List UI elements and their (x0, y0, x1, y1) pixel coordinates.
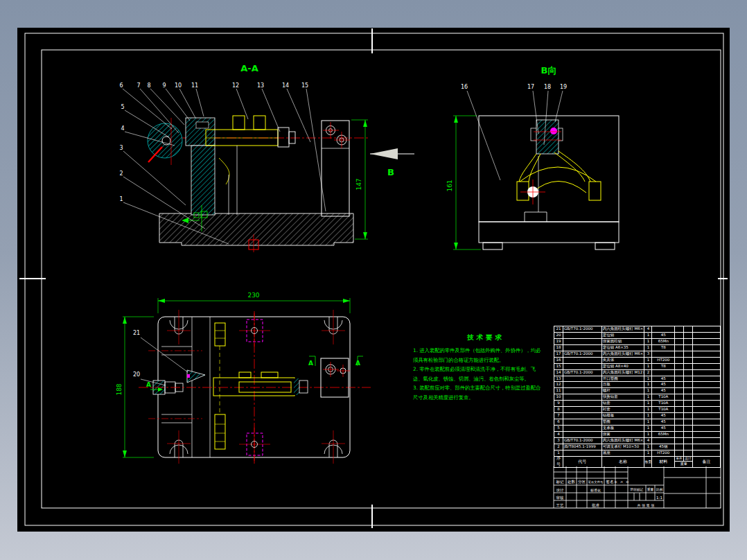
bom-cell-name: 螺杆 (602, 388, 645, 394)
bom-header-remark: 备注 (693, 457, 720, 467)
bom-cell-material: 65Mn (652, 432, 675, 437)
callout: 16 (461, 84, 468, 90)
bom-cell-no: 16 (554, 358, 563, 363)
bom-cell-total_weight (684, 358, 693, 363)
tech-requirements-title: 技术要求 (413, 333, 559, 342)
bom-cell-remark (693, 394, 720, 400)
section-mark-label: A (355, 360, 360, 367)
callout: 18 (544, 84, 551, 90)
bom-cell-name: 弹簧圆柱销 (602, 339, 645, 344)
callout: 21 (133, 330, 140, 336)
bom-row: 21GB/T70.1-2000内六角圆柱头螺钉 M6×164 (554, 326, 720, 333)
bom-cell-total_weight (684, 333, 693, 338)
bom-cell-remark (693, 326, 720, 332)
bom-cell-unit_weight (675, 413, 684, 419)
bom-cell-qty: 1 (644, 376, 652, 382)
bom-cell-code: GB/T70.1-2000 (563, 438, 602, 444)
bom-cell-no: 20 (554, 333, 563, 338)
bom-row: 10快换钻套1T10A (554, 394, 720, 401)
bom-cell-no: 4 (554, 432, 563, 437)
bom-row: 16夹具体1HT200 (554, 358, 720, 364)
bom-header-qty: 数量 (644, 457, 652, 467)
bom-row: 5支承板145 (554, 426, 720, 432)
bom-cell-remark (693, 426, 720, 431)
bom-cell-no: 13 (554, 376, 563, 382)
bom-row: 6垫圈145 (554, 419, 720, 426)
bom-cell-total_weight (684, 351, 693, 357)
bom-cell-qty: 1 (644, 432, 652, 437)
bom-cell-total_weight (684, 401, 693, 406)
tech-requirements: 技术要求 1. 进入装配的零件及部件（包括外购件、外协件），均必须具有检验部门的… (413, 333, 559, 403)
bom-cell-name: 衬套 (602, 407, 645, 412)
bom-cell-qty: 1 (644, 407, 652, 412)
bom-cell-code (563, 432, 602, 437)
bom-cell-material: 45 (652, 388, 675, 394)
bom-cell-name: 内六角圆柱头螺钉 M6×16 (602, 326, 645, 332)
bom-cell-name: 夹具体 (602, 358, 645, 363)
callout: 11 (191, 82, 198, 89)
callout: 10 (175, 82, 182, 89)
bom-row: 12压板145 (554, 382, 720, 388)
bom-cell-no: 10 (554, 394, 563, 400)
bom-cell-unit_weight (675, 382, 684, 387)
bom-row: 1底座1HT200 (554, 450, 720, 457)
engineering-drawing: A-A (0, 0, 747, 560)
callout: 12 (232, 82, 239, 89)
bom-cell-name: 开口垫圈 (602, 376, 645, 382)
bom-cell-material: HT200 (652, 358, 675, 363)
bom-cell-qty: 1 (644, 333, 652, 338)
bom-row: 13开口垫圈145 (554, 376, 720, 383)
bom-cell-unit_weight (675, 394, 684, 400)
bom-cell-name: 压板 (602, 382, 645, 387)
callout: 19 (560, 84, 567, 90)
bom-cell-material: 45 (652, 426, 675, 431)
bom-row: 19弹簧圆柱销165Mn (554, 339, 720, 345)
bom-cell-remark (693, 388, 720, 394)
bom-cell-total_weight (684, 419, 693, 425)
tb-process: 工艺 (556, 503, 565, 507)
bom-cell-code: JB/T8045.1-1999 (563, 444, 602, 450)
bom-cell-remark (693, 370, 720, 376)
bom-row: 11螺杆145 (554, 388, 720, 394)
bom-cell-no: 6 (554, 419, 563, 425)
bom-cell-material: 45钢 (652, 444, 675, 450)
bom-cell-code (563, 364, 602, 369)
bom-cell-no: 7 (554, 413, 563, 419)
callout: 20 (133, 371, 140, 378)
tb-sign: 签名 (606, 480, 614, 484)
bom-cell-code (563, 413, 602, 419)
tb-scale-value: 1:1 (656, 496, 662, 500)
bom-cell-total_weight (684, 444, 693, 450)
bom-cell-remark (693, 382, 720, 387)
jig-column (191, 146, 215, 215)
bom-cell-material: 45 (652, 413, 675, 419)
bom-cell-qty: 1 (644, 401, 652, 406)
tb-standardize: 标准化 (590, 488, 601, 493)
bom-cell-qty: 1 (644, 382, 652, 387)
bom-cell-name: 支承板 (602, 426, 645, 431)
bom-row: 15定位销 A8×401T8 (554, 364, 720, 370)
tech-requirement-line: 尺寸及相关精度进行复查。 (413, 393, 559, 403)
bom-cell-name: 垫圈 (602, 419, 645, 425)
bom-cell-unit_weight (675, 333, 684, 338)
tb-sheets: 共 张 第 张 (638, 503, 655, 508)
bom-cell-code (563, 376, 602, 382)
tech-requirements-lines: 1. 进入装配的零件及部件（包括外购件、外协件），均必须具有检验部门的合格证方能… (413, 346, 559, 403)
tb-stage: 阶段标记 (631, 487, 644, 492)
bom-cell-code (563, 333, 602, 338)
bom-header-row: 序号 代号 名称 数量 材料 单件 总计 重量 备注 (554, 457, 720, 467)
bom-cell-total_weight (684, 339, 693, 344)
bom-cell-material: 45 (652, 333, 675, 338)
bom-cell-total_weight (684, 413, 693, 419)
bom-cell-unit_weight (675, 426, 684, 431)
cad-viewport: A-A (0, 0, 747, 560)
section-mark-label: A (308, 360, 313, 367)
bom-cell-total_weight (684, 326, 693, 332)
bom-cell-code (563, 388, 602, 394)
bom-cell-name: 钻模板 (602, 413, 645, 419)
bom-cell-material: T10A (652, 407, 675, 412)
pin-hole (162, 137, 170, 145)
bom-cell-remark (693, 407, 720, 412)
tb-mark: 标记 (556, 480, 565, 484)
bom-row: 2JB/T8045.1-1999可调支承钉 M10×50145钢 (554, 444, 720, 450)
